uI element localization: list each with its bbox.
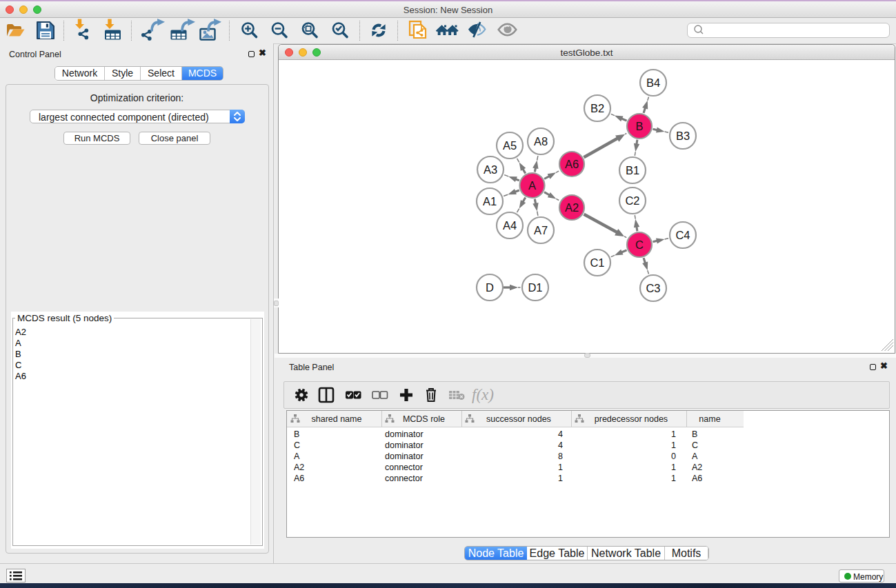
svg-text:C3: C3	[646, 282, 660, 294]
svg-text:A8: A8	[534, 135, 548, 148]
svg-text:B1: B1	[626, 164, 639, 176]
svg-text:B4: B4	[646, 77, 660, 89]
svg-text:B2: B2	[590, 102, 604, 114]
svg-text:A7: A7	[534, 224, 548, 236]
svg-text:A6: A6	[565, 158, 579, 170]
svg-text:D: D	[486, 281, 494, 294]
svg-text:C1: C1	[590, 256, 604, 269]
svg-text:A3: A3	[484, 163, 497, 176]
svg-text:A4: A4	[503, 219, 517, 232]
svg-text:A: A	[528, 179, 536, 192]
svg-text:A2: A2	[565, 201, 579, 214]
svg-text:A1: A1	[483, 195, 497, 207]
svg-text:B3: B3	[676, 130, 690, 142]
svg-text:f(x): f(x)	[472, 386, 494, 403]
svg-text:D1: D1	[528, 281, 542, 294]
svg-text:B: B	[635, 120, 643, 132]
svg-text:C4: C4	[675, 229, 690, 241]
svg-text:A5: A5	[503, 139, 517, 152]
svg-text:C2: C2	[625, 194, 639, 207]
svg-text:C: C	[635, 239, 644, 251]
